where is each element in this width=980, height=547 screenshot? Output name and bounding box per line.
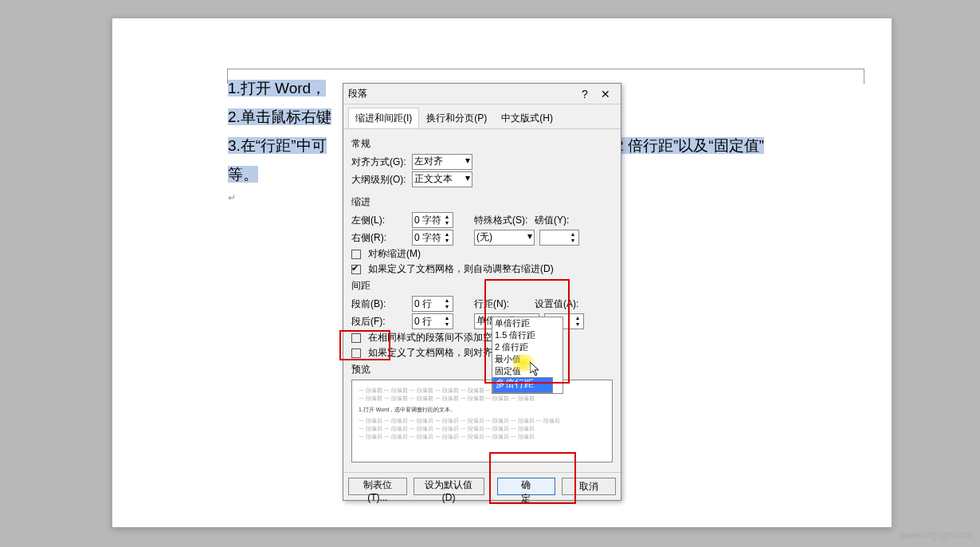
tab-line-break[interactable]: 换行和分页(P) xyxy=(419,108,494,128)
section-general: 常规 xyxy=(351,137,613,151)
special-select[interactable]: (无) ▾ xyxy=(474,230,535,246)
align-select[interactable]: 左对齐 ▾ xyxy=(412,154,472,170)
grid-align-checkbox[interactable] xyxy=(351,348,361,358)
tabs-button[interactable]: 制表位(T)... xyxy=(348,478,407,495)
special-label: 特殊格式(S): xyxy=(474,214,530,227)
paragraph-dialog: 段落 ? ✕ 缩进和间距(I) 换行和分页(P) 中文版式(H) 常规 对齐方式… xyxy=(343,83,621,501)
left-indent-label: 左侧(L): xyxy=(351,214,407,227)
section-indent: 缩进 xyxy=(351,195,613,209)
right-indent-label: 右侧(R): xyxy=(351,231,407,245)
section-preview: 预览 xyxy=(351,363,613,376)
after-label: 段后(F): xyxy=(351,315,407,329)
outline-label: 大纲级别(O): xyxy=(351,173,407,187)
opt-atleast[interactable]: 最小值 xyxy=(492,353,563,365)
dialog-title: 段落 xyxy=(348,87,574,100)
help-button[interactable]: ? xyxy=(574,85,595,103)
tab-asian[interactable]: 中文版式(H) xyxy=(494,108,560,128)
dialog-titlebar[interactable]: 段落 ? ✕ xyxy=(343,84,621,104)
nospace-checkbox[interactable] xyxy=(351,333,361,343)
left-indent-input[interactable]: 0 字符▴▾ xyxy=(412,212,453,228)
linespace-label: 行距(N): xyxy=(474,297,530,311)
opt-multiple[interactable]: 多倍行距 xyxy=(492,377,553,393)
grid-indent-checkbox[interactable] xyxy=(351,265,361,274)
outline-select[interactable]: 正文文本 ▾ xyxy=(412,171,472,187)
ruler-marker xyxy=(227,69,864,69)
before-input[interactable]: 0 行▴▾ xyxy=(412,296,453,312)
opt-exactly[interactable]: 固定值 xyxy=(492,365,563,377)
mirror-checkbox[interactable] xyxy=(351,250,361,259)
by-label: 磅值(Y): xyxy=(535,214,590,227)
ok-button[interactable]: 确定 xyxy=(497,478,555,495)
opt-single[interactable]: 单倍行距 xyxy=(492,317,563,329)
tab-indent-spacing[interactable]: 缩进和间距(I) xyxy=(348,108,419,128)
right-indent-input[interactable]: 0 字符▴▾ xyxy=(412,230,453,246)
linespace-dropdown[interactable]: 单倍行距 1.5 倍行距 2 倍行距 最小值 固定值 多倍行距 xyxy=(492,317,563,394)
opt-double[interactable]: 2 倍行距 xyxy=(492,341,563,353)
default-button[interactable]: 设为默认值(D) xyxy=(414,478,484,495)
opt-1-5[interactable]: 1.5 倍行距 xyxy=(492,329,563,341)
align-label: 对齐方式(G): xyxy=(351,155,407,169)
by-input[interactable]: ▴▾ xyxy=(539,230,579,246)
before-label: 段前(B): xyxy=(351,297,407,311)
watermark: www.wzjsgs.com xyxy=(900,529,972,541)
section-spacing: 间距 xyxy=(351,279,613,293)
setat-label: 设置值(A): xyxy=(535,297,590,311)
cancel-button[interactable]: 取消 xyxy=(562,478,616,495)
after-input[interactable]: 0 行▴▾ xyxy=(412,313,453,329)
close-button[interactable]: ✕ xyxy=(595,85,616,103)
preview-box: 一 段落前 一 段落前 一 段落前 一 段落前 一 段落前 一 段落前 一 段落… xyxy=(351,380,613,462)
